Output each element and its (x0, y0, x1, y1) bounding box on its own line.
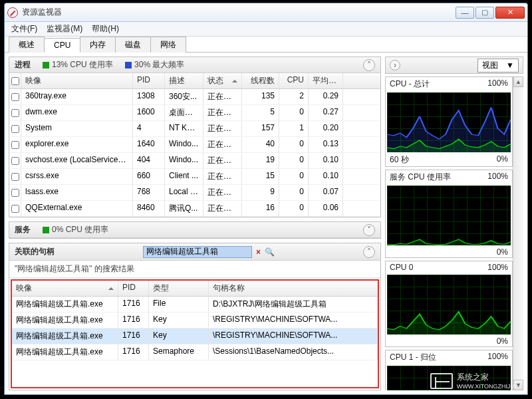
scroll-up-icon[interactable]: ▲ (513, 76, 523, 87)
cell-status: 正在运行 (203, 105, 242, 120)
chart-canvas (387, 275, 511, 334)
chart-max: 100% (487, 172, 508, 183)
tab-memory[interactable]: 内存 (80, 37, 116, 53)
square-icon (43, 62, 49, 68)
row-checkbox[interactable] (9, 185, 21, 200)
chart-title: 服务 CPU 使用率 (390, 172, 451, 183)
row-checkbox[interactable] (9, 169, 21, 184)
cell-pid: 1716 (118, 297, 149, 312)
cell-image: svchost.exe (LocalServiceN... (21, 153, 133, 168)
process-row[interactable]: QQExternal.exe 8460 腾讯Q... 正在运行 16 0 0.0… (9, 201, 380, 217)
handle-row[interactable]: 网络编辑超级工具箱.exe 1716 Key \REGISTRY\MACHINE… (12, 313, 378, 329)
cell-pid: 1716 (118, 329, 149, 344)
scroll-down-icon[interactable]: ▼ (513, 380, 523, 390)
process-row[interactable]: lsass.exe 768 Local S... 正在运行 9 0 0.07 (9, 185, 380, 201)
chart-2: CPU 0100% 0% (385, 261, 513, 347)
cell-threads: 5 (242, 105, 279, 120)
cell-status: 正在运行 (203, 153, 242, 168)
cell-status: 正在运行 (203, 137, 242, 152)
process-row[interactable]: svchost.exe (LocalServiceN... 404 Windo.… (9, 153, 380, 169)
hcol-pid[interactable]: PID (118, 281, 149, 296)
process-row[interactable]: csrss.exe 660 Client ... 正在运行 15 0 0.10 (9, 169, 380, 185)
col-image[interactable]: 映像 (21, 73, 133, 88)
cell-cpu: 0 (279, 153, 309, 168)
cell-cpu: 0 (279, 201, 309, 216)
tabstrip: 概述 CPU 内存 磁盘 网络 (5, 37, 527, 53)
cell-type: Key (149, 313, 209, 328)
close-button[interactable]: ✕ (495, 7, 525, 19)
cell-pid: 8460 (133, 201, 165, 216)
col-avg[interactable]: 平均 C... (309, 73, 343, 88)
handle-row[interactable]: 网络编辑超级工具箱.exe 1716 Key \REGISTRY\MACHINE… (12, 329, 378, 344)
hcol-name[interactable]: 句柄名称 (209, 281, 378, 296)
process-row[interactable]: dwm.exe 1600 桌面窗... 正在运行 5 0 0.27 (9, 105, 380, 121)
cell-desc: NT Ker... (165, 121, 203, 136)
maximize-button[interactable]: ▢ (475, 7, 494, 19)
cell-image: dwm.exe (21, 105, 133, 120)
tab-network[interactable]: 网络 (150, 37, 186, 53)
view-select[interactable]: 视图 ▼ (477, 59, 519, 72)
collapse-button[interactable]: ˄ (363, 59, 375, 71)
right-scrollbar[interactable]: ▲ ▼ (513, 76, 523, 390)
menu-monitor[interactable]: 监视器(M) (47, 23, 82, 35)
chart-footer-right: 0% (497, 247, 508, 257)
handle-row[interactable]: 网络编辑超级工具箱.exe 1716 File D:\BJXTRJ\网络编辑超级… (12, 297, 378, 313)
cell-image: lsass.exe (21, 185, 133, 200)
col-status[interactable]: 状态 (203, 73, 242, 88)
chart-1: 服务 CPU 使用率100% 0% (385, 170, 513, 258)
row-checkbox[interactable] (9, 89, 21, 104)
col-pid[interactable]: PID (133, 73, 165, 88)
row-checkbox[interactable] (9, 201, 21, 216)
row-checkbox[interactable] (9, 105, 21, 120)
tab-disk[interactable]: 磁盘 (115, 37, 151, 53)
tab-cpu[interactable]: CPU (44, 38, 80, 53)
chart-max: 100% (487, 78, 508, 90)
cell-desc: 360安... (165, 89, 203, 104)
row-checkbox[interactable] (9, 137, 21, 152)
collapse-right-button[interactable]: › (390, 60, 400, 70)
square-icon (43, 227, 49, 233)
collapse-button[interactable]: ˄ (363, 246, 375, 258)
chart-canvas (387, 92, 511, 152)
expand-button[interactable]: ˅ (363, 224, 375, 236)
hcol-image[interactable]: 映像 (12, 281, 118, 296)
process-row[interactable]: System 4 NT Ker... 正在运行 157 1 0.20 (9, 121, 380, 137)
handles-title: 关联的句柄 (15, 246, 55, 257)
minimize-button[interactable]: — (456, 7, 474, 19)
tab-overview[interactable]: 概述 (9, 37, 45, 53)
chart-max: 100% (487, 352, 508, 363)
menu-file[interactable]: 文件(F) (11, 23, 37, 35)
search-icon[interactable]: 🔍 (265, 247, 275, 257)
legend-max-freq: 30% 最大频率 (134, 59, 184, 70)
handles-search-input[interactable] (143, 246, 252, 258)
services-title: 服务 (15, 224, 31, 235)
cell-threads: 135 (242, 89, 279, 104)
cell-threads: 16 (242, 201, 279, 216)
cell-avg: 0.20 (309, 121, 343, 136)
col-checkbox[interactable] (9, 73, 21, 88)
legend-cpu-usage: 13% CPU 使用率 (52, 59, 113, 70)
chart-canvas (387, 186, 511, 245)
process-row[interactable]: explorer.exe 1640 Windo... 正在运行 40 0 0.1… (9, 137, 380, 153)
handle-row[interactable]: 网络编辑超级工具箱.exe 1716 Semaphore \Sessions\1… (12, 344, 378, 360)
col-desc[interactable]: 描述 (165, 73, 203, 88)
chart-0: CPU - 总计100% 60 秒0% (385, 76, 513, 167)
menu-help[interactable]: 帮助(H) (92, 23, 119, 35)
row-checkbox[interactable] (9, 153, 21, 168)
clear-search-icon[interactable]: × (256, 247, 261, 257)
search-result-text: "网络编辑超级工具箱" 的搜索结果 (9, 261, 380, 278)
titlebar[interactable]: 资源监视器 — ▢ ✕ (5, 3, 527, 22)
row-checkbox[interactable] (9, 121, 21, 136)
chevron-down-icon: ˅ (367, 225, 371, 235)
hcol-type[interactable]: 类型 (149, 281, 209, 296)
chart-title: CPU - 总计 (390, 78, 430, 90)
chevron-up-icon: ˄ (367, 61, 371, 70)
col-cpu[interactable]: CPU (279, 73, 309, 88)
cell-cpu: 1 (279, 121, 309, 136)
chart-footer-right: 0% (497, 336, 508, 346)
cell-status: 正在运行 (203, 89, 242, 104)
process-row[interactable]: 360tray.exe 1308 360安... 正在运行 135 2 0.29 (9, 89, 380, 105)
col-threads[interactable]: 线程数 (242, 73, 279, 88)
chart-footer-right: 0% (497, 154, 508, 166)
cell-pid: 1716 (118, 344, 149, 360)
